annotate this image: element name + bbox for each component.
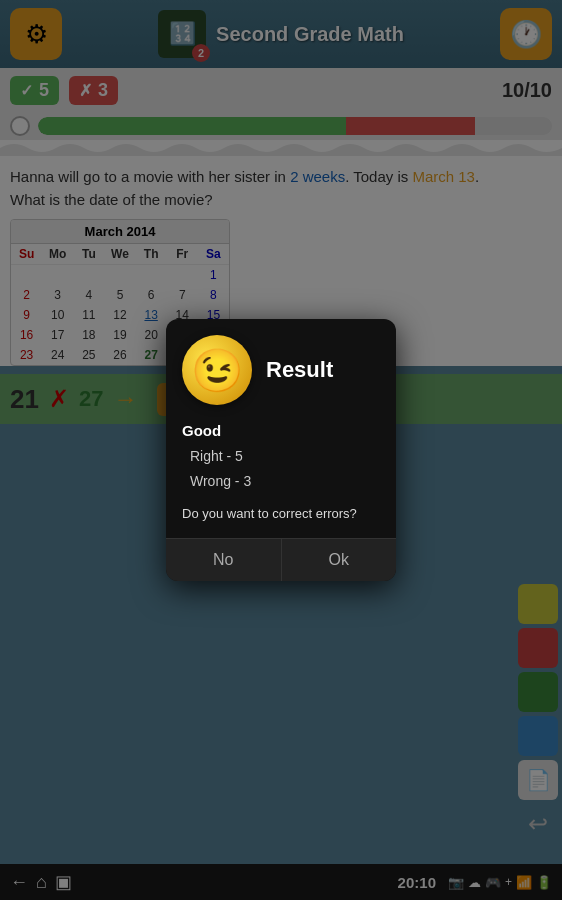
modal-wrong-label: Wrong - 3 — [190, 469, 380, 494]
modal-no-button[interactable]: No — [166, 539, 282, 581]
modal-title: Result — [266, 357, 333, 383]
modal-ok-button[interactable]: Ok — [282, 539, 397, 581]
modal-buttons: No Ok — [166, 538, 396, 581]
smiley-icon: 😉 — [182, 335, 252, 405]
modal-question: Do you want to correct errors? — [182, 502, 380, 525]
modal-body: Good Right - 5 Wrong - 3 Do you want to … — [166, 413, 396, 538]
modal-right-label: Right - 5 — [190, 444, 380, 469]
modal-good-label: Good — [182, 417, 380, 444]
modal-overlay: 😉 Result Good Right - 5 Wrong - 3 Do you… — [0, 0, 562, 900]
modal-header: 😉 Result — [166, 319, 396, 413]
result-modal: 😉 Result Good Right - 5 Wrong - 3 Do you… — [166, 319, 396, 581]
